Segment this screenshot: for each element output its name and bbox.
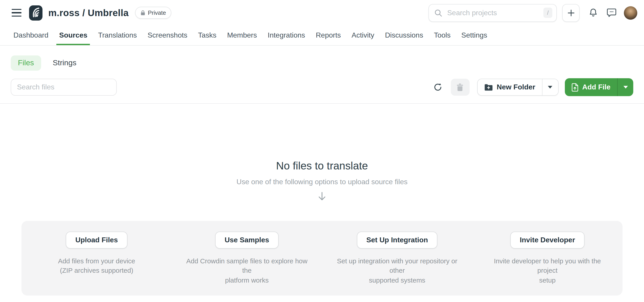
add-file-split-button: Add File — [565, 78, 633, 96]
tab-activity[interactable]: Activity — [349, 26, 377, 45]
new-folder-split-button: New Folder — [477, 79, 558, 96]
add-file-label: Add File — [582, 83, 610, 91]
tab-integrations[interactable]: Integrations — [265, 26, 308, 45]
slash-shortcut: / — [544, 8, 552, 18]
search-icon — [434, 9, 442, 17]
messages-icon — [607, 8, 616, 17]
project-search-box: / — [428, 4, 557, 22]
project-nav: Dashboard Sources Translations Screensho… — [0, 26, 644, 46]
invite-developer-description: Invite developer to help you with the pr… — [484, 256, 611, 285]
tab-dashboard[interactable]: Dashboard — [11, 26, 51, 45]
set-up-integration-description: Set up integration with your repository … — [334, 256, 461, 285]
crowdin-logo[interactable] — [29, 5, 42, 20]
upload-option-samples: Use Samples Add Crowdin sample files to … — [172, 232, 322, 285]
page-title: m.ross / Umbrella — [48, 8, 128, 18]
empty-state-subtitle: Use one of the following options to uplo… — [0, 178, 644, 186]
new-folder-button[interactable]: New Folder — [478, 79, 542, 95]
add-file-dropdown[interactable] — [617, 78, 633, 96]
upload-files-button[interactable]: Upload Files — [66, 232, 127, 248]
top-header: m.ross / Umbrella Private / — [0, 0, 644, 26]
down-arrow-icon — [318, 192, 326, 201]
notifications-button[interactable] — [589, 8, 598, 18]
privacy-badge-label: Private — [148, 10, 166, 16]
use-samples-description: Add Crowdin sample files to explore how … — [183, 256, 310, 285]
tab-tools[interactable]: Tools — [431, 26, 453, 45]
upload-option-developer: Invite Developer Invite developer to hel… — [472, 232, 622, 285]
add-file-button[interactable]: Add File — [565, 78, 617, 96]
dropdown-caret-icon — [623, 86, 628, 88]
menu-icon[interactable] — [12, 9, 22, 16]
lock-icon — [140, 10, 145, 16]
source-view-tabs: Files Strings — [0, 46, 644, 71]
use-samples-button[interactable]: Use Samples — [215, 232, 278, 248]
refresh-button[interactable] — [433, 83, 442, 92]
project-search-input[interactable] — [446, 8, 539, 17]
upload-files-description: Add files from your device (ZIP archives… — [33, 256, 160, 275]
empty-state-title: No files to translate — [0, 160, 644, 172]
tab-members[interactable]: Members — [224, 26, 260, 45]
files-toolbar: New Folder Add File — [0, 78, 644, 96]
set-up-integration-button[interactable]: Set Up Integration — [357, 232, 438, 248]
toolbar-actions: New Folder Add File — [433, 78, 633, 96]
new-folder-icon — [484, 84, 492, 91]
tab-translations[interactable]: Translations — [96, 26, 140, 45]
upload-option-integration: Set Up Integration Set up integration wi… — [322, 232, 472, 285]
invite-developer-button[interactable]: Invite Developer — [510, 232, 584, 248]
file-search-input[interactable] — [11, 79, 117, 96]
tab-settings[interactable]: Settings — [459, 26, 490, 45]
view-tab-strings[interactable]: Strings — [53, 58, 76, 68]
new-folder-dropdown[interactable] — [542, 79, 558, 95]
user-avatar[interactable] — [624, 6, 637, 20]
tab-reports[interactable]: Reports — [313, 26, 344, 45]
add-file-icon — [572, 83, 578, 92]
tab-discussions[interactable]: Discussions — [382, 26, 426, 45]
dropdown-caret-icon — [548, 86, 552, 88]
plus-icon — [567, 9, 574, 16]
tab-sources[interactable]: Sources — [56, 26, 90, 45]
view-tab-files[interactable]: Files — [11, 56, 41, 71]
empty-state: No files to translate Use one of the fol… — [0, 104, 644, 296]
trash-icon — [456, 84, 463, 91]
create-project-button[interactable] — [562, 4, 580, 22]
refresh-icon — [433, 83, 442, 92]
delete-button[interactable] — [450, 79, 469, 96]
tab-screenshots[interactable]: Screenshots — [145, 26, 190, 45]
messages-button[interactable] — [607, 8, 616, 17]
new-folder-label: New Folder — [497, 83, 535, 91]
tab-tasks[interactable]: Tasks — [196, 26, 219, 45]
upload-options-card: Upload Files Add files from your device … — [22, 221, 622, 296]
privacy-badge: Private — [135, 7, 171, 19]
bell-icon — [589, 8, 598, 18]
crowdin-project-page: m.ross / Umbrella Private / — [0, 0, 644, 302]
upload-option-files: Upload Files Add files from your device … — [22, 232, 172, 285]
